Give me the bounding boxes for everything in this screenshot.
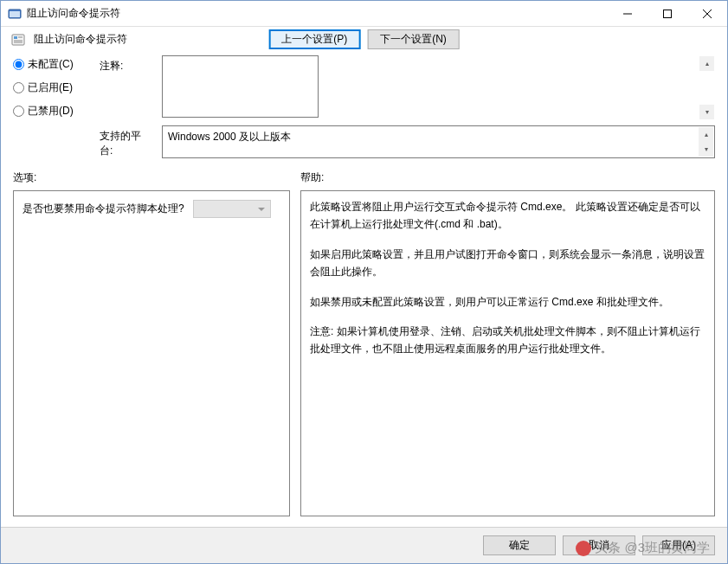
help-panel: 此策略设置将阻止用户运行交互式命令提示符 Cmd.exe。 此策略设置还确定是否…	[300, 190, 715, 516]
radio-not-configured-label[interactable]: 未配置(C)	[28, 57, 74, 72]
options-header: 选项:	[13, 169, 290, 190]
policy-icon	[11, 33, 25, 47]
close-button[interactable]	[687, 1, 727, 27]
content-area: 未配置(C) 已启用(E) 已禁用(D) 注释: ▴	[1, 55, 727, 527]
cancel-button[interactable]: 取消	[563, 535, 635, 555]
scroll-down-icon[interactable]: ▾	[699, 105, 714, 119]
help-column: 帮助: 此策略设置将阻止用户运行交互式命令提示符 Cmd.exe。 此策略设置还…	[300, 169, 715, 516]
info-column: 注释: ▴ ▾ 支持的平台: Windows 2000 及以上版本	[100, 55, 715, 158]
dialog-footer: 确定 取消 应用(A) 头条 @3班的黄同学	[1, 527, 727, 563]
maximize-button[interactable]	[647, 1, 687, 27]
help-text: 注意: 如果计算机使用登录、注销、启动或关机批处理文件脚本，则不阻止计算机运行批…	[310, 323, 705, 358]
svg-rect-3	[664, 10, 672, 17]
scroll-up-icon[interactable]: ▴	[699, 56, 714, 71]
supported-platforms-text: Windows 2000 及以上版本	[168, 131, 291, 143]
svg-rect-7	[14, 36, 17, 39]
svg-rect-1	[10, 11, 20, 17]
lower-section: 选项: 是否也要禁用命令提示符脚本处理? 帮助: 此策略设置将阻止用户运行交互式…	[13, 169, 715, 516]
next-setting-button[interactable]: 下一个设置(N)	[367, 29, 460, 49]
previous-setting-button[interactable]: 上一个设置(P)	[268, 29, 360, 49]
scroll-down-icon[interactable]: ▾	[699, 142, 713, 157]
help-header: 帮助:	[300, 169, 715, 190]
help-text: 如果禁用或未配置此策略设置，则用户可以正常运行 Cmd.exe 和批处理文件。	[310, 293, 705, 311]
help-text: 如果启用此策略设置，并且用户试图打开命令窗口，则系统会显示一条消息，说明设置会阻…	[310, 246, 705, 281]
comment-label: 注释:	[100, 55, 153, 120]
supported-platforms-box: Windows 2000 及以上版本 ▴ ▾	[162, 125, 715, 158]
comment-textarea[interactable]	[162, 55, 319, 118]
radio-not-configured[interactable]	[13, 59, 24, 70]
options-column: 选项: 是否也要禁用命令提示符脚本处理?	[13, 169, 290, 516]
state-radio-group: 未配置(C) 已启用(E) 已禁用(D)	[13, 55, 91, 158]
script-processing-combo[interactable]	[193, 200, 271, 218]
radio-enabled-label[interactable]: 已启用(E)	[28, 80, 73, 95]
policy-title: 阻止访问命令提示符	[34, 32, 127, 47]
ok-button[interactable]: 确定	[483, 535, 556, 555]
radio-disabled[interactable]	[13, 106, 24, 117]
toolbar: 阻止访问命令提示符 上一个设置(P) 下一个设置(N)	[1, 27, 727, 55]
options-panel: 是否也要禁用命令提示符脚本处理?	[13, 190, 290, 516]
app-icon	[8, 7, 22, 21]
minimize-button[interactable]	[608, 1, 647, 27]
comment-scrollbar: ▴ ▾	[699, 56, 714, 119]
titlebar: 阻止访问命令提示符	[1, 1, 727, 27]
supported-label: 支持的平台:	[100, 125, 153, 158]
platform-scrollbar: ▴ ▾	[699, 127, 713, 157]
radio-enabled[interactable]	[13, 82, 24, 93]
window-title: 阻止访问命令提示符	[27, 6, 608, 21]
option-row: 是否也要禁用命令提示符脚本处理?	[23, 200, 280, 218]
svg-rect-6	[12, 35, 24, 45]
apply-button[interactable]: 应用(A)	[642, 535, 715, 555]
radio-disabled-label[interactable]: 已禁用(D)	[28, 104, 74, 119]
dialog-window: 阻止访问命令提示符 阻止访问命令提示符 上一个设置(P)	[0, 0, 728, 564]
upper-section: 未配置(C) 已启用(E) 已禁用(D) 注释: ▴	[13, 55, 715, 165]
scroll-up-icon[interactable]: ▴	[699, 127, 713, 142]
window-controls	[608, 1, 727, 27]
option-label: 是否也要禁用命令提示符脚本处理?	[23, 202, 184, 216]
help-text: 此策略设置将阻止用户运行交互式命令提示符 Cmd.exe。 此策略设置还确定是否…	[310, 198, 705, 234]
